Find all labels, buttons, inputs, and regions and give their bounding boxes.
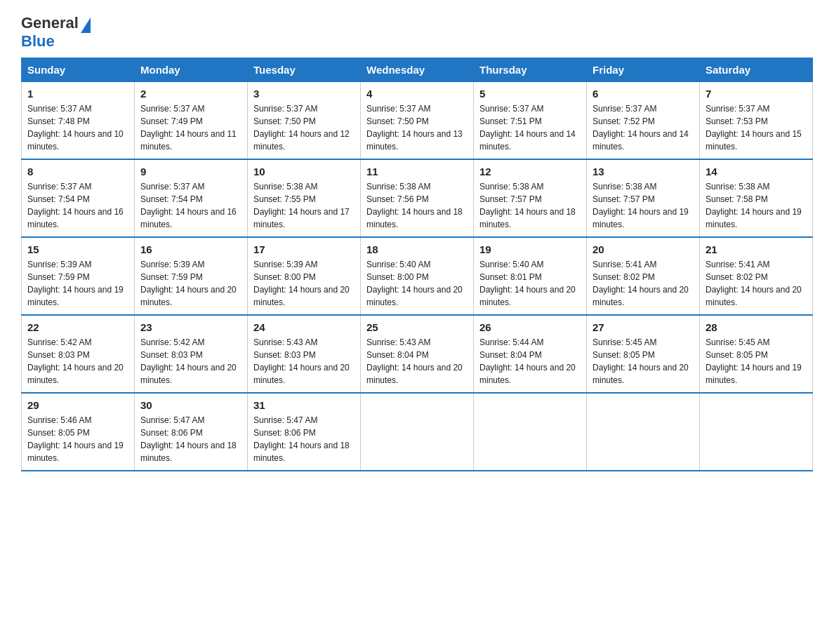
day-info: Sunrise: 5:39 AMSunset: 8:00 PMDaylight:… — [253, 260, 350, 307]
calendar-day-cell: 29 Sunrise: 5:46 AMSunset: 8:05 PMDaylig… — [22, 393, 135, 471]
day-number: 22 — [27, 321, 128, 333]
calendar-day-cell: 17 Sunrise: 5:39 AMSunset: 8:00 PMDaylig… — [248, 237, 361, 315]
day-number: 5 — [479, 88, 581, 100]
day-number: 8 — [27, 166, 128, 177]
calendar-day-cell: 9 Sunrise: 5:37 AMSunset: 7:54 PMDayligh… — [135, 159, 248, 237]
day-info: Sunrise: 5:37 AMSunset: 7:50 PMDaylight:… — [366, 104, 463, 152]
calendar-day-cell: 5 Sunrise: 5:37 AMSunset: 7:51 PMDayligh… — [474, 82, 587, 160]
calendar-day-cell: 7 Sunrise: 5:37 AMSunset: 7:53 PMDayligh… — [700, 82, 813, 160]
calendar-week-row: 29 Sunrise: 5:46 AMSunset: 8:05 PMDaylig… — [22, 393, 813, 471]
day-info: Sunrise: 5:37 AMSunset: 7:51 PMDaylight:… — [479, 104, 576, 152]
day-info: Sunrise: 5:45 AMSunset: 8:05 PMDaylight:… — [706, 337, 802, 385]
day-info: Sunrise: 5:40 AMSunset: 8:01 PMDaylight:… — [479, 260, 576, 307]
day-info: Sunrise: 5:37 AMSunset: 7:49 PMDaylight:… — [140, 104, 237, 152]
day-info: Sunrise: 5:41 AMSunset: 8:02 PMDaylight:… — [593, 260, 689, 307]
day-info: Sunrise: 5:44 AMSunset: 8:04 PMDaylight:… — [479, 337, 576, 385]
day-number: 3 — [253, 88, 355, 100]
day-info: Sunrise: 5:37 AMSunset: 7:52 PMDaylight:… — [593, 104, 689, 152]
day-info: Sunrise: 5:47 AMSunset: 8:06 PMDaylight:… — [253, 415, 350, 463]
calendar-day-cell: 13 Sunrise: 5:38 AMSunset: 7:57 PMDaylig… — [587, 159, 700, 237]
calendar-day-cell: 24 Sunrise: 5:43 AMSunset: 8:03 PMDaylig… — [248, 315, 361, 393]
day-info: Sunrise: 5:43 AMSunset: 8:04 PMDaylight:… — [366, 337, 463, 385]
day-number: 15 — [27, 243, 128, 255]
day-info: Sunrise: 5:38 AMSunset: 7:55 PMDaylight:… — [253, 182, 350, 229]
day-number: 30 — [140, 399, 241, 411]
calendar-day-cell: 28 Sunrise: 5:45 AMSunset: 8:05 PMDaylig… — [700, 315, 813, 393]
weekday-header-monday: Monday — [135, 58, 248, 82]
day-number: 29 — [27, 399, 128, 411]
calendar-day-cell: 4 Sunrise: 5:37 AMSunset: 7:50 PMDayligh… — [361, 82, 474, 160]
weekday-header-thursday: Thursday — [474, 58, 587, 82]
calendar-day-cell: 18 Sunrise: 5:40 AMSunset: 8:00 PMDaylig… — [361, 237, 474, 315]
day-number: 24 — [253, 321, 355, 333]
day-number: 20 — [593, 243, 694, 255]
calendar-week-row: 22 Sunrise: 5:42 AMSunset: 8:03 PMDaylig… — [22, 315, 813, 393]
calendar-day-cell — [474, 393, 587, 471]
weekday-header-row: SundayMondayTuesdayWednesdayThursdayFrid… — [22, 58, 813, 82]
day-number: 12 — [479, 166, 581, 177]
calendar-day-cell: 1 Sunrise: 5:37 AMSunset: 7:48 PMDayligh… — [22, 82, 135, 160]
day-info: Sunrise: 5:37 AMSunset: 7:54 PMDaylight:… — [140, 182, 237, 229]
day-info: Sunrise: 5:42 AMSunset: 8:03 PMDaylight:… — [140, 337, 237, 385]
calendar-week-row: 1 Sunrise: 5:37 AMSunset: 7:48 PMDayligh… — [22, 82, 813, 160]
day-number: 27 — [593, 321, 694, 333]
day-info: Sunrise: 5:38 AMSunset: 7:57 PMDaylight:… — [479, 182, 576, 229]
calendar-table: SundayMondayTuesdayWednesdayThursdayFrid… — [21, 58, 813, 471]
weekday-header-saturday: Saturday — [700, 58, 813, 82]
day-number: 19 — [479, 243, 581, 255]
weekday-header-wednesday: Wednesday — [361, 58, 474, 82]
calendar-week-row: 15 Sunrise: 5:39 AMSunset: 7:59 PMDaylig… — [22, 237, 813, 315]
calendar-day-cell: 10 Sunrise: 5:38 AMSunset: 7:55 PMDaylig… — [248, 159, 361, 237]
day-info: Sunrise: 5:38 AMSunset: 7:57 PMDaylight:… — [593, 182, 689, 229]
calendar-day-cell: 27 Sunrise: 5:45 AMSunset: 8:05 PMDaylig… — [587, 315, 700, 393]
logo-blue-text: Blue — [21, 32, 55, 51]
weekday-header-friday: Friday — [587, 58, 700, 82]
calendar-day-cell: 11 Sunrise: 5:38 AMSunset: 7:56 PMDaylig… — [361, 159, 474, 237]
calendar-day-cell: 26 Sunrise: 5:44 AMSunset: 8:04 PMDaylig… — [474, 315, 587, 393]
calendar-day-cell: 6 Sunrise: 5:37 AMSunset: 7:52 PMDayligh… — [587, 82, 700, 160]
calendar-day-cell: 22 Sunrise: 5:42 AMSunset: 8:03 PMDaylig… — [22, 315, 135, 393]
day-number: 28 — [706, 321, 807, 333]
day-info: Sunrise: 5:46 AMSunset: 8:05 PMDaylight:… — [27, 415, 124, 463]
calendar-day-cell: 20 Sunrise: 5:41 AMSunset: 8:02 PMDaylig… — [587, 237, 700, 315]
calendar-day-cell: 2 Sunrise: 5:37 AMSunset: 7:49 PMDayligh… — [135, 82, 248, 160]
day-info: Sunrise: 5:37 AMSunset: 7:53 PMDaylight:… — [706, 104, 802, 152]
logo-general-text: General — [21, 14, 79, 32]
calendar-week-row: 8 Sunrise: 5:37 AMSunset: 7:54 PMDayligh… — [22, 159, 813, 237]
logo-triangle-icon — [81, 18, 91, 33]
calendar-day-cell: 30 Sunrise: 5:47 AMSunset: 8:06 PMDaylig… — [135, 393, 248, 471]
calendar-day-cell: 3 Sunrise: 5:37 AMSunset: 7:50 PMDayligh… — [248, 82, 361, 160]
day-info: Sunrise: 5:39 AMSunset: 7:59 PMDaylight:… — [27, 260, 124, 307]
day-info: Sunrise: 5:43 AMSunset: 8:03 PMDaylight:… — [253, 337, 350, 385]
day-number: 7 — [706, 88, 807, 100]
day-number: 9 — [140, 166, 241, 177]
day-number: 21 — [706, 243, 807, 255]
calendar-day-cell: 12 Sunrise: 5:38 AMSunset: 7:57 PMDaylig… — [474, 159, 587, 237]
weekday-header-tuesday: Tuesday — [248, 58, 361, 82]
day-info: Sunrise: 5:38 AMSunset: 7:56 PMDaylight:… — [366, 182, 463, 229]
calendar-day-cell: 15 Sunrise: 5:39 AMSunset: 7:59 PMDaylig… — [22, 237, 135, 315]
calendar-day-cell: 14 Sunrise: 5:38 AMSunset: 7:58 PMDaylig… — [700, 159, 813, 237]
day-number: 18 — [366, 243, 468, 255]
day-info: Sunrise: 5:38 AMSunset: 7:58 PMDaylight:… — [706, 182, 802, 229]
day-number: 14 — [706, 166, 807, 177]
day-info: Sunrise: 5:37 AMSunset: 7:54 PMDaylight:… — [27, 182, 124, 229]
day-number: 31 — [253, 399, 355, 411]
calendar-day-cell: 25 Sunrise: 5:43 AMSunset: 8:04 PMDaylig… — [361, 315, 474, 393]
day-number: 1 — [27, 88, 128, 100]
day-number: 17 — [253, 243, 355, 255]
day-number: 26 — [479, 321, 581, 333]
day-number: 25 — [366, 321, 468, 333]
day-number: 4 — [366, 88, 468, 100]
calendar-day-cell — [587, 393, 700, 471]
day-info: Sunrise: 5:41 AMSunset: 8:02 PMDaylight:… — [706, 260, 802, 307]
day-number: 11 — [366, 166, 468, 177]
calendar-day-cell — [361, 393, 474, 471]
calendar-day-cell: 23 Sunrise: 5:42 AMSunset: 8:03 PMDaylig… — [135, 315, 248, 393]
calendar-day-cell: 8 Sunrise: 5:37 AMSunset: 7:54 PMDayligh… — [22, 159, 135, 237]
logo: General Blue — [21, 14, 91, 51]
day-number: 10 — [253, 166, 355, 177]
day-number: 23 — [140, 321, 241, 333]
calendar-day-cell: 31 Sunrise: 5:47 AMSunset: 8:06 PMDaylig… — [248, 393, 361, 471]
day-number: 6 — [593, 88, 694, 100]
